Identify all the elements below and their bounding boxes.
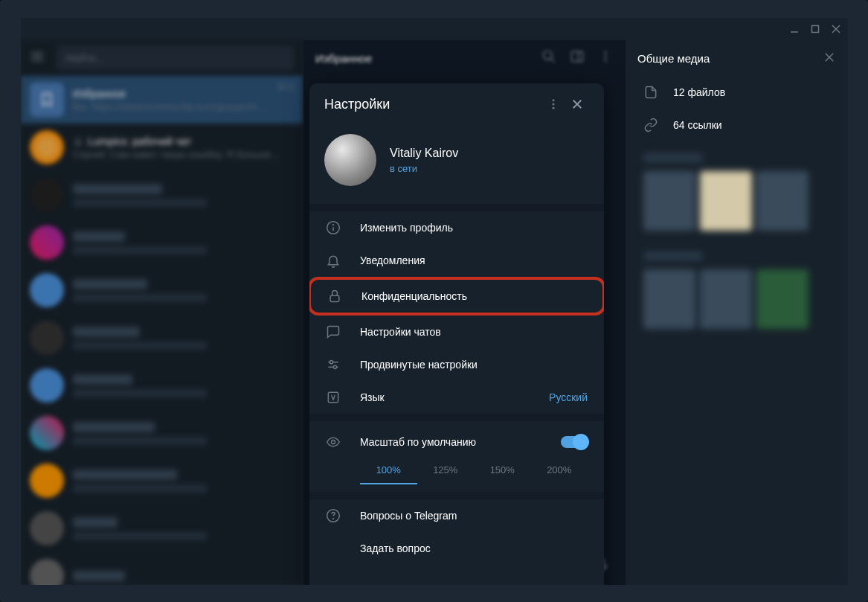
avatar xyxy=(30,130,64,164)
chat-list-panel: Найти... Избранное Вы: https://steamcomm… xyxy=(21,40,303,585)
chat-time: 30.0 xyxy=(277,82,294,92)
svg-line-10 xyxy=(551,59,555,63)
settings-item-label: Продвинутые настройки xyxy=(360,359,588,371)
settings-item-ask[interactable]: Задать вопрос xyxy=(309,532,604,565)
svg-point-23 xyxy=(553,103,555,106)
search-placeholder: Найти... xyxy=(65,52,104,64)
svg-point-22 xyxy=(553,99,555,101)
zoom-option-200[interactable]: 200% xyxy=(531,464,588,484)
chat-item[interactable] xyxy=(21,457,303,505)
svg-point-24 xyxy=(553,107,555,109)
sidebar-toggle-icon[interactable] xyxy=(570,49,585,67)
svg-point-9 xyxy=(544,51,553,60)
chat-item[interactable] xyxy=(21,219,303,266)
language-value: Русский xyxy=(549,391,588,403)
files-row[interactable]: 12 файлов xyxy=(626,76,848,109)
svg-rect-11 xyxy=(572,51,583,61)
search-input[interactable]: Найти... xyxy=(57,45,294,71)
chat-item-saved[interactable]: Избранное Вы: https://steamcommunity.com… xyxy=(21,76,303,124)
shared-media-panel: Общие медиа 12 файлов 64 ссылки xyxy=(625,40,848,585)
svg-point-34 xyxy=(333,365,336,368)
zoom-toggle[interactable] xyxy=(561,436,588,448)
chat-item[interactable] xyxy=(21,314,303,362)
settings-item-chat-settings[interactable]: Настройки чатов xyxy=(309,316,604,348)
eye-icon xyxy=(326,435,341,449)
zoom-option-150[interactable]: 150% xyxy=(474,464,531,484)
svg-point-7 xyxy=(75,138,78,141)
chat-item[interactable] xyxy=(21,505,303,552)
settings-modal: Настройки Vitaliy Kairov в сети Изменить… xyxy=(309,83,604,585)
divider xyxy=(309,492,604,499)
bell-icon xyxy=(326,253,341,268)
app-window: Найти... Избранное Вы: https://steamcomm… xyxy=(21,18,848,585)
links-count: 64 ссылки xyxy=(673,119,722,131)
window-close-button[interactable] xyxy=(827,21,845,37)
svg-point-14 xyxy=(604,55,606,57)
svg-point-8 xyxy=(79,138,82,141)
chat-icon xyxy=(326,324,341,339)
settings-item-privacy[interactable]: Конфиденциальность xyxy=(309,277,604,316)
chat-item[interactable] xyxy=(21,266,303,314)
svg-point-36 xyxy=(332,441,335,444)
settings-item-label: Уведомления xyxy=(360,254,588,266)
divider xyxy=(309,204,604,211)
settings-item-label: Конфиденциальность xyxy=(361,290,586,302)
files-count: 12 файлов xyxy=(673,86,725,98)
close-icon[interactable] xyxy=(823,51,836,66)
chat-item[interactable] xyxy=(21,171,303,219)
settings-title: Настройки xyxy=(324,97,541,112)
chat-title: Избранное xyxy=(73,88,268,100)
svg-point-32 xyxy=(329,361,332,364)
sliders-icon xyxy=(326,357,341,372)
chat-header-title: Избранное xyxy=(315,52,533,65)
window-minimize-button[interactable] xyxy=(785,21,803,37)
profile-section[interactable]: Vitaliy Kairov в сети xyxy=(309,125,604,204)
close-icon[interactable] xyxy=(565,92,589,116)
links-row[interactable]: 64 ссылки xyxy=(626,109,848,141)
zoom-label: Масштаб по умолчанию xyxy=(360,436,541,448)
help-icon xyxy=(326,508,341,523)
zoom-option-125[interactable]: 125% xyxy=(417,464,475,484)
profile-avatar xyxy=(324,134,376,186)
settings-item-advanced[interactable]: Продвинутые настройки xyxy=(309,348,604,381)
shared-media-title: Общие медиа xyxy=(637,52,710,65)
svg-point-29 xyxy=(333,225,334,225)
more-icon[interactable] xyxy=(598,49,613,67)
bookmark-icon xyxy=(30,83,64,117)
window-titlebar xyxy=(21,18,848,40)
chat-item[interactable] xyxy=(21,362,303,409)
language-icon xyxy=(326,390,341,405)
profile-status: в сети xyxy=(390,163,458,174)
svg-point-13 xyxy=(604,51,606,54)
divider xyxy=(309,414,604,421)
settings-item-label: Задать вопрос xyxy=(360,542,588,554)
chat-preview: Сергей: Сам навот такую ошибку. Я больше… xyxy=(73,149,294,160)
window-maximize-button[interactable] xyxy=(806,21,824,37)
settings-item-label: Настройки чатов xyxy=(360,326,588,338)
svg-rect-30 xyxy=(330,295,339,301)
info-icon xyxy=(326,220,341,235)
chat-item[interactable] xyxy=(21,409,303,457)
settings-item-edit-profile[interactable]: Изменить профиль xyxy=(309,211,604,244)
zoom-option-100[interactable]: 100% xyxy=(360,464,417,484)
lock-icon xyxy=(327,289,342,304)
svg-point-38 xyxy=(333,519,334,519)
settings-item-language[interactable]: Язык Русский xyxy=(309,381,604,414)
settings-item-faq[interactable]: Вопросы о Telegram xyxy=(309,499,604,532)
profile-name: Vitaliy Kairov xyxy=(390,147,458,160)
svg-point-15 xyxy=(604,60,606,62)
settings-item-label: Вопросы о Telegram xyxy=(360,510,588,522)
chat-item[interactable] xyxy=(21,552,303,585)
zoom-section: Масштаб по умолчанию 100% 125% 150% 200% xyxy=(309,421,604,492)
search-icon[interactable] xyxy=(541,49,556,67)
settings-item-notifications[interactable]: Уведомления xyxy=(309,244,604,277)
svg-rect-1 xyxy=(812,26,819,33)
menu-icon[interactable] xyxy=(30,49,45,67)
chat-item[interactable]: Lumpics: рабочий чат Сергей: Сам навот т… xyxy=(21,124,303,171)
more-icon[interactable] xyxy=(541,92,565,116)
chat-title: Lumpics: рабочий чат xyxy=(73,135,294,147)
settings-item-label: Язык xyxy=(360,391,530,403)
settings-item-label: Изменить профиль xyxy=(360,222,588,234)
chat-preview: Вы: https://steamcommunity.com/groups/mk… xyxy=(73,101,268,112)
